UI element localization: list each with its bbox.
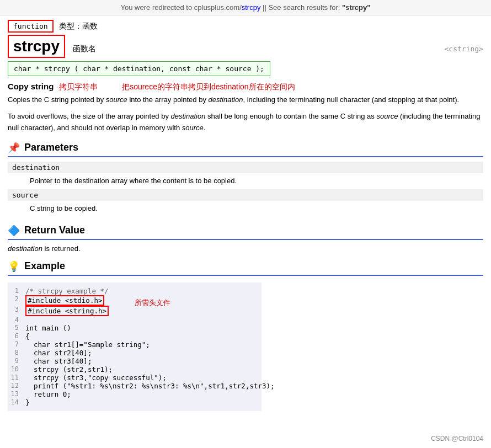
code-line: 7 char str1[]="Sample string"; xyxy=(8,340,261,349)
return-text: destination is returned. xyxy=(8,244,483,253)
code-line: 13 return 0; xyxy=(8,390,261,398)
parameters-header: 📌 Parameters xyxy=(8,142,483,157)
type-row: function 类型：函数 xyxy=(8,20,483,33)
code-line: 11 strcpy (str3,"copy successful"); xyxy=(8,374,261,382)
cstring-tag: <cstring> xyxy=(445,45,483,53)
param-destination-name: destination xyxy=(8,162,483,173)
search-term: "strcpy" xyxy=(342,3,370,12)
desc-para1: Copies the C string pointed by source in… xyxy=(8,94,483,106)
line-content: char str1[]="Sample string"; xyxy=(25,340,261,349)
return-value-icon: 🔷 xyxy=(8,225,20,237)
func-name-label: 函数名 xyxy=(73,44,96,54)
redirect-mid: || See search results for: xyxy=(260,3,342,12)
code-line: 4 xyxy=(8,316,261,324)
line-number: 2 xyxy=(8,295,21,303)
line-content: strcpy (str2,str1); xyxy=(25,365,261,374)
line-content: char str3[40]; xyxy=(25,357,261,365)
description-section: Copy string 拷贝字符串 把sourece的字符串拷贝到destina… xyxy=(8,82,483,134)
copy-string-title: Copy string xyxy=(8,82,54,91)
line-content: /* strcpy example */ xyxy=(25,287,261,295)
param-source-desc: C string to be copied. xyxy=(8,202,483,217)
copy-string-cn2: 把sourece的字符串拷贝到destination所在的空间内 xyxy=(122,82,295,91)
line-number: 4 xyxy=(8,316,21,324)
code-block: 1/* strcpy example */2#include <stdio.h>… xyxy=(8,282,261,411)
line-number: 11 xyxy=(8,374,21,381)
func-name-row: strcpy 函数名 <cstring> xyxy=(8,35,483,58)
example-header: 💡 Example xyxy=(8,260,483,276)
param-source-name: source xyxy=(8,189,483,201)
parameters-icon: 📌 xyxy=(8,142,20,154)
line-number: 1 xyxy=(8,287,21,295)
line-number: 13 xyxy=(8,390,21,398)
line-number: 9 xyxy=(8,357,21,365)
code-line: 5int main () xyxy=(8,324,261,332)
code-line: 10 strcpy (str2,str1); xyxy=(8,365,261,374)
line-number: 5 xyxy=(8,324,21,332)
line-number: 6 xyxy=(8,332,21,340)
function-badge: function xyxy=(8,20,54,33)
line-number: 10 xyxy=(8,365,21,373)
example-title: Example xyxy=(24,260,65,272)
redirect-bar: You were redirected to cplusplus.com/str… xyxy=(0,0,491,15)
redirect-link[interactable]: strcpy xyxy=(242,3,261,12)
line-content: char str2[40]; xyxy=(25,349,261,357)
return-value-title: Return Value xyxy=(24,225,85,236)
code-line: 8 char str2[40]; xyxy=(8,349,261,357)
line-number: 3 xyxy=(8,306,21,313)
line-number: 14 xyxy=(8,398,21,406)
line-content: } xyxy=(25,398,261,407)
include-box: #include <stdio.h> xyxy=(25,295,104,306)
signature-text: char * strcpy ( char * destination, cons… xyxy=(14,65,264,73)
code-wrapper: 1/* strcpy example */2#include <stdio.h>… xyxy=(8,280,483,411)
include-annotation: 所需头文件 xyxy=(135,298,170,308)
line-content: return 0; xyxy=(25,390,261,398)
line-number: 8 xyxy=(8,349,21,356)
line-content: int main () xyxy=(25,324,261,332)
redirect-text: You were redirected to cplusplus.com/ xyxy=(121,3,242,12)
copy-string-cn: 拷贝字符串 xyxy=(59,82,98,91)
line-content: { xyxy=(25,332,261,340)
include-box: #include <string.h> xyxy=(25,306,109,316)
code-line: 1/* strcpy example */ xyxy=(8,287,261,295)
code-line: 12 printf ("%str1: %s\nstr2: %s\nstr3: %… xyxy=(8,382,261,390)
line-number: 12 xyxy=(8,382,21,390)
desc-title-row: Copy string 拷贝字符串 把sourece的字符串拷贝到destina… xyxy=(8,82,483,92)
code-line: 14} xyxy=(8,398,261,407)
line-number: 7 xyxy=(8,340,21,348)
example-icon: 💡 xyxy=(8,260,20,273)
signature-box: char * strcpy ( char * destination, cons… xyxy=(8,61,270,76)
desc-para2: To avoid overflows, the size of the arra… xyxy=(8,111,483,134)
return-value-header: 🔷 Return Value xyxy=(8,225,483,240)
code-line: 9 char str3[40]; xyxy=(8,357,261,365)
func-name: strcpy xyxy=(8,35,65,58)
line-content: printf ("%str1: %s\nstr2: %s\nstr3: %s\n… xyxy=(25,382,275,390)
line-content: strcpy (str3,"copy successful"); xyxy=(25,374,261,382)
param-destination-desc: Pointer to the destination array where t… xyxy=(8,174,483,189)
parameters-title: Parameters xyxy=(24,142,78,153)
csdn-footer: CSDN @Ctrl0104 xyxy=(431,435,483,442)
return-section: destination is returned. xyxy=(8,244,483,253)
code-line: 6{ xyxy=(8,332,261,340)
type-label: 类型：函数 xyxy=(59,22,98,31)
